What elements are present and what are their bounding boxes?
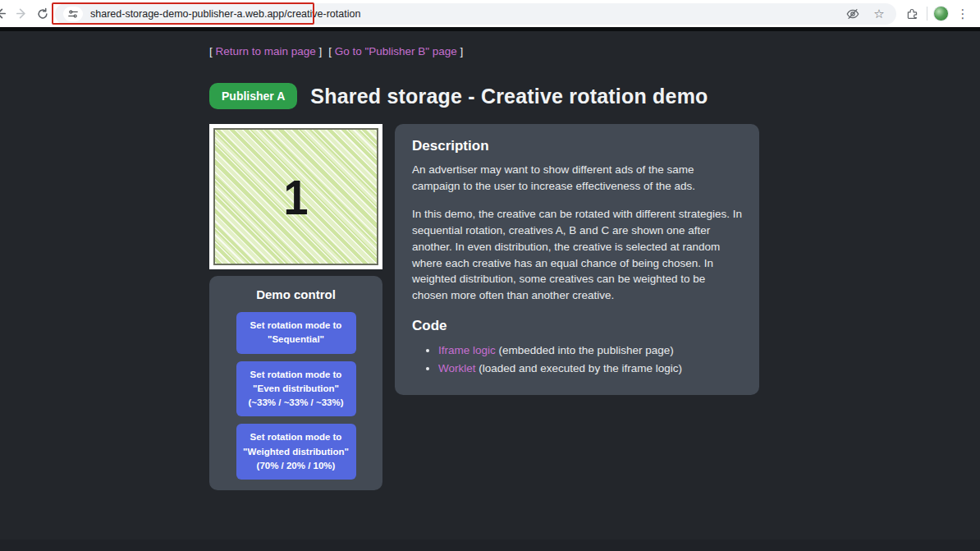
- code-links-list: Iframe logic (embedded into the publishe…: [412, 342, 742, 379]
- page-title: Shared storage - Creative rotation demo: [310, 85, 708, 108]
- content-columns: 1 Demo control Set rotation mode to "Seq…: [209, 124, 759, 490]
- code-item-note: (loaded and executed by the iframe logic…: [476, 362, 682, 374]
- omnibox[interactable]: shared-storage-demo-publisher-a.web.app/…: [55, 3, 896, 25]
- page-content: [ Return to main page ] [ Go to "Publish…: [0, 31, 980, 490]
- link-worklet[interactable]: Worklet: [438, 362, 476, 374]
- nav-link-group: [ Return to main page ]: [209, 45, 322, 57]
- set-sequential-button[interactable]: Set rotation mode to "Sequential": [236, 312, 356, 354]
- description-paragraph: An advertiser may want to show different…: [412, 162, 742, 194]
- back-button[interactable]: [0, 3, 11, 25]
- demo-control-panel: Demo control Set rotation mode to "Seque…: [209, 276, 382, 490]
- toolbar-divider: [927, 7, 927, 21]
- kebab-menu-icon[interactable]: ⋮: [954, 5, 972, 23]
- code-title: Code: [412, 318, 742, 334]
- nav-link-group: [ Go to "Publisher B" page ]: [328, 45, 463, 57]
- ad-iframe: 1: [209, 124, 382, 269]
- description-title: Description: [412, 138, 742, 154]
- forward-arrow-icon: [15, 7, 29, 21]
- browser-toolbar: shared-storage-demo-publisher-a.web.app/…: [0, 0, 980, 27]
- demo-control-title: Demo control: [209, 287, 382, 301]
- page-header: Publisher A Shared storage - Creative ro…: [209, 83, 980, 109]
- code-list-item: Worklet (loaded and executed by the ifra…: [438, 360, 742, 378]
- publisher-badge: Publisher A: [209, 83, 297, 109]
- left-column: 1 Demo control Set rotation mode to "Seq…: [209, 124, 382, 490]
- tune-sliders-icon: [67, 8, 79, 20]
- forward-button[interactable]: [11, 3, 32, 25]
- refresh-button[interactable]: [32, 3, 53, 25]
- creative-number: 1: [283, 172, 308, 220]
- creative-ad[interactable]: 1: [213, 128, 378, 265]
- eye-off-icon[interactable]: [844, 5, 862, 23]
- set-even-distribution-button[interactable]: Set rotation mode to "Even distribution"…: [236, 361, 356, 417]
- description-panel: Description An advertiser may want to sh…: [395, 124, 759, 395]
- page-bottom-strip: [0, 540, 980, 551]
- code-item-note: (embedded into the publisher page): [496, 344, 674, 356]
- site-controls-chip[interactable]: [63, 7, 83, 21]
- extensions-icon[interactable]: [903, 5, 921, 23]
- profile-avatar[interactable]: [933, 6, 949, 21]
- refresh-icon: [36, 7, 49, 21]
- set-weighted-distribution-button[interactable]: Set rotation mode to "Weighted distribut…: [236, 424, 356, 480]
- url-text[interactable]: shared-storage-demo-publisher-a.web.app/…: [90, 8, 844, 20]
- description-paragraph: In this demo, the creative can be rotate…: [412, 206, 742, 303]
- link-return-main-page[interactable]: Return to main page: [216, 45, 316, 57]
- link-iframe-logic[interactable]: Iframe logic: [438, 344, 496, 356]
- top-nav-links: [ Return to main page ] [ Go to "Publish…: [209, 45, 980, 57]
- back-arrow-icon: [0, 7, 7, 21]
- code-list-item: Iframe logic (embedded into the publishe…: [438, 342, 742, 360]
- bookmark-star-icon[interactable]: ☆: [870, 5, 888, 23]
- link-publisher-b-page[interactable]: Go to "Publisher B" page: [335, 45, 457, 57]
